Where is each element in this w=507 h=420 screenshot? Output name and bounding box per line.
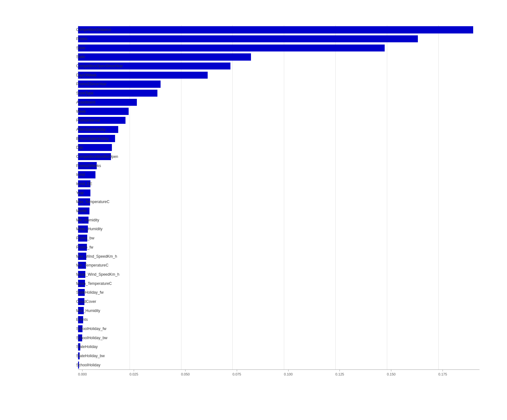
chart-container: CompetitionDistancePromoStoreStateCompet… — [9, 6, 498, 414]
bar-wrapper: Store — [78, 43, 480, 52]
bar-label: StateHoliday_fw — [76, 290, 78, 295]
x-tick-label: 0.025 — [130, 372, 138, 376]
bar-label: StateHoliday_bw — [76, 354, 78, 358]
bar-wrapper: Min_TemperatureC — [78, 261, 480, 270]
bar-row: Promo — [78, 34, 480, 44]
bar-label: State — [76, 55, 78, 59]
chart-inner: CompetitionDistancePromoStoreStateCompet… — [78, 25, 480, 382]
bar-label: Promo — [76, 37, 78, 41]
bar-wrapper: Promo2SinceYear — [78, 80, 480, 89]
bar-wrapper: Assortment — [78, 98, 480, 107]
bar-row: Assortment — [78, 98, 480, 107]
bar-wrapper: Mean_TemperatureC — [78, 279, 480, 288]
bar-label: PromoInterval — [76, 118, 78, 123]
bar-wrapper: trend_DE — [78, 179, 480, 189]
bar-label: Max_Wind_SpeedKm_h — [76, 254, 78, 259]
bar-label: DayOfWeek — [76, 73, 78, 77]
bar-wrapper: CompetitionDistance — [78, 25, 480, 34]
bar-wrapper: Promo2Weeks — [78, 161, 480, 170]
bar-label: Day — [76, 145, 78, 150]
bar-label: Max_Humidity — [76, 309, 78, 313]
bar-row: trend — [78, 170, 480, 179]
bar — [78, 72, 208, 79]
bar-row: CloudCover — [78, 297, 480, 306]
bar-label: Events — [76, 317, 78, 322]
bar-wrapper: Week — [78, 107, 480, 116]
x-tick-line — [82, 370, 82, 371]
bar-wrapper: Max_TemperatureC — [78, 197, 480, 207]
bar-row: Events — [78, 315, 480, 324]
bar-row: SchoolHoliday_bw — [78, 333, 480, 342]
bar-wrapper: SchoolHoliday_fw — [78, 324, 480, 333]
bar-wrapper: trend — [78, 170, 480, 179]
bar-label: Mean_Humidity — [76, 227, 78, 231]
bar-row: trend_DE — [78, 179, 480, 189]
bar-wrapper: State — [78, 52, 480, 62]
bar — [78, 26, 473, 33]
bar-label: Promo_fw — [76, 245, 78, 249]
x-tick-label: 0.125 — [335, 372, 344, 376]
bar-wrapper: Events — [78, 315, 480, 324]
bar-row: SchoolHoliday_fw — [78, 324, 480, 333]
x-tick: 0.175 — [438, 370, 447, 376]
bar-row: Year — [78, 188, 480, 197]
bar-wrapper: Day — [78, 143, 480, 152]
x-axis: 0.0000.0250.0500.0750.1000.1250.1500.175 — [78, 369, 480, 382]
bar-label: trend — [76, 172, 78, 177]
bar-row: AfterStateHoliday — [78, 125, 480, 134]
bar-label: Min_Humidity — [76, 218, 78, 222]
x-tick-line — [288, 370, 289, 371]
x-tick-line — [134, 370, 134, 371]
chart-area: CompetitionDistancePromoStoreStateCompet… — [78, 25, 480, 382]
x-tick-label: 0.050 — [181, 372, 190, 376]
x-tick-label: 0.000 — [78, 372, 87, 376]
bar-label: CompetitionMonthsOpen — [76, 154, 78, 159]
x-tick: 0.025 — [130, 370, 138, 376]
bar-wrapper: AfterStateHoliday — [78, 125, 480, 134]
bar-row: StateHoliday — [78, 342, 480, 351]
bar-label: trend_DE — [76, 182, 78, 186]
x-tick-line — [237, 370, 237, 371]
bar-row: Max_TemperatureC — [78, 197, 480, 207]
x-tick-label: 0.175 — [438, 372, 447, 376]
bar-wrapper: Min_Humidity — [78, 215, 480, 225]
bar-label: CloudCover — [76, 299, 78, 304]
bar-wrapper: PromoInterval — [78, 116, 480, 125]
bar — [78, 35, 418, 42]
x-tick-label: 0.100 — [284, 372, 293, 376]
bar-row: SchoolHoliday — [78, 360, 480, 369]
bar-label: Min_TemperatureC — [76, 263, 78, 267]
bar-label: Max_TemperatureC — [76, 200, 78, 204]
bar-wrapper: CompetitionOpenSinceYear — [78, 62, 480, 71]
bar-label: Month — [76, 209, 78, 213]
bar-wrapper: StateHoliday_bw — [78, 351, 480, 361]
bar-row: CompetitionDistance — [78, 25, 480, 34]
bar-row: BeforeStateHoliday — [78, 134, 480, 143]
x-tick-line — [185, 370, 186, 371]
bar — [78, 45, 385, 51]
bar-row: Promo_bw — [78, 234, 480, 243]
bar-wrapper: Promo_fw — [78, 243, 480, 252]
bar-label: Year — [76, 191, 78, 195]
bar-row: StateHoliday_fw — [78, 288, 480, 297]
x-tick-label: 0.075 — [232, 372, 241, 376]
bar-label: SchoolHoliday_bw — [76, 336, 78, 340]
bar-wrapper: Mean_Wind_SpeedKm_h — [78, 270, 480, 279]
bar-row: Max_Wind_SpeedKm_h — [78, 252, 480, 261]
bar-wrapper: Promo_bw — [78, 234, 480, 243]
bar-label: AfterStateHoliday — [76, 127, 78, 132]
bar-row: Promo2Weeks — [78, 161, 480, 170]
bar-row: Mean_Wind_SpeedKm_h — [78, 270, 480, 279]
bar-label: SchoolHoliday_fw — [76, 327, 78, 331]
bar-row: Promo2SinceYear — [78, 80, 480, 89]
x-tick-label: 0.150 — [387, 372, 396, 376]
bar — [78, 144, 112, 151]
bar — [78, 53, 251, 60]
bar-wrapper: StoreType — [78, 89, 480, 98]
bar-row: Store — [78, 43, 480, 52]
bar-label: Mean_TemperatureC — [76, 281, 78, 286]
bar-label: StoreType — [76, 91, 78, 95]
bar-wrapper: Max_Humidity — [78, 306, 480, 315]
bar-row: CompetitionMonthsOpen — [78, 152, 480, 161]
bar-label: Week — [76, 109, 78, 114]
